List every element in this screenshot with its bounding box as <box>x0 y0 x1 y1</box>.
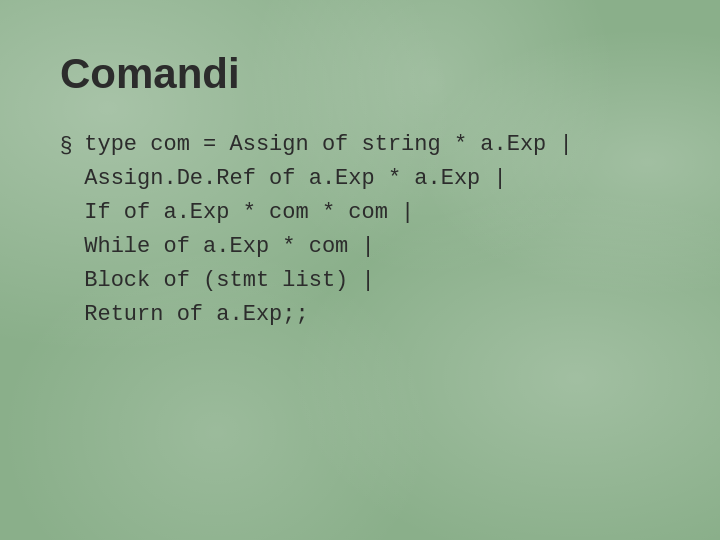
code-line-2: Assign.De.Ref of a.Exp * a.Exp | <box>84 162 572 196</box>
slide-title: Comandi <box>60 50 660 98</box>
code-line-1: type com = Assign of string * a.Exp | <box>84 128 572 162</box>
bullet-section: § type com = Assign of string * a.Exp | … <box>60 128 660 333</box>
bullet-symbol: § <box>60 132 72 158</box>
code-block: type com = Assign of string * a.Exp | As… <box>84 128 572 333</box>
slide-content: Comandi § type com = Assign of string * … <box>0 0 720 383</box>
code-line-4: While of a.Exp * com | <box>84 230 572 264</box>
code-line-5: Block of (stmt list) | <box>84 264 572 298</box>
code-line-3: If of a.Exp * com * com | <box>84 196 572 230</box>
code-line-6: Return of a.Exp;; <box>84 298 572 332</box>
